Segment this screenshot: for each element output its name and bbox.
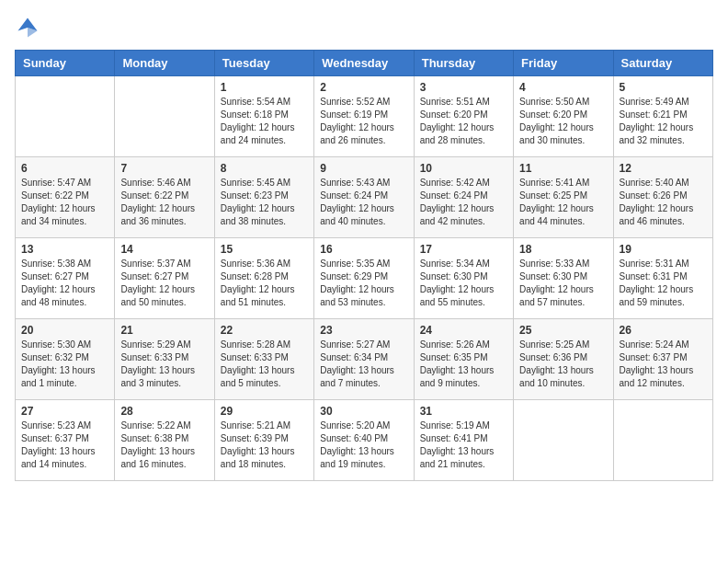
day-number: 21 [120,324,208,337]
calendar-cell: 7Sunrise: 5:46 AM Sunset: 6:22 PM Daylig… [115,157,214,238]
calendar-week-row: 6Sunrise: 5:47 AM Sunset: 6:22 PM Daylig… [16,157,713,238]
calendar-cell: 24Sunrise: 5:26 AM Sunset: 6:35 PM Dayli… [414,319,513,400]
day-info: Sunrise: 5:34 AM Sunset: 6:30 PM Dayligh… [420,258,507,309]
calendar-cell: 10Sunrise: 5:42 AM Sunset: 6:24 PM Dayli… [414,157,513,238]
day-info: Sunrise: 5:20 AM Sunset: 6:40 PM Dayligh… [320,419,407,471]
day-info: Sunrise: 5:24 AM Sunset: 6:37 PM Dayligh… [620,339,707,390]
calendar-week-row: 20Sunrise: 5:30 AM Sunset: 6:32 PM Dayli… [16,319,713,400]
day-number: 27 [21,405,108,418]
logo-icon [15,15,40,40]
calendar-cell: 17Sunrise: 5:34 AM Sunset: 6:30 PM Dayli… [414,238,513,319]
day-info: Sunrise: 5:28 AM Sunset: 6:33 PM Dayligh… [221,339,308,390]
day-info: Sunrise: 5:29 AM Sunset: 6:33 PM Dayligh… [120,339,208,390]
day-number: 28 [120,405,208,418]
day-info: Sunrise: 5:23 AM Sunset: 6:37 PM Dayligh… [21,419,108,471]
day-number: 1 [221,81,308,94]
day-info: Sunrise: 5:37 AM Sunset: 6:27 PM Dayligh… [120,258,208,309]
weekday-header-saturday: Saturday [613,51,712,76]
day-info: Sunrise: 5:47 AM Sunset: 6:22 PM Dayligh… [21,177,108,228]
day-info: Sunrise: 5:50 AM Sunset: 6:20 PM Dayligh… [519,96,607,147]
calendar-cell: 19Sunrise: 5:31 AM Sunset: 6:31 PM Dayli… [613,238,712,319]
weekday-header-monday: Monday [115,51,214,76]
calendar-cell: 4Sunrise: 5:50 AM Sunset: 6:20 PM Daylig… [514,76,613,157]
day-info: Sunrise: 5:38 AM Sunset: 6:27 PM Dayligh… [21,258,108,309]
weekday-header-sunday: Sunday [16,51,115,76]
day-number: 29 [221,405,308,418]
day-info: Sunrise: 5:21 AM Sunset: 6:39 PM Dayligh… [221,419,308,471]
calendar-cell: 25Sunrise: 5:25 AM Sunset: 6:36 PM Dayli… [514,319,613,400]
calendar-cell: 13Sunrise: 5:38 AM Sunset: 6:27 PM Dayli… [16,238,115,319]
day-number: 26 [620,324,707,337]
calendar-cell [613,400,712,481]
day-number: 18 [519,243,607,256]
calendar-cell: 20Sunrise: 5:30 AM Sunset: 6:32 PM Dayli… [16,319,115,400]
day-number: 8 [221,162,308,175]
calendar-cell: 27Sunrise: 5:23 AM Sunset: 6:37 PM Dayli… [16,400,115,481]
day-number: 3 [420,81,507,94]
day-number: 19 [620,243,707,256]
calendar-cell: 3Sunrise: 5:51 AM Sunset: 6:20 PM Daylig… [414,76,513,157]
day-info: Sunrise: 5:51 AM Sunset: 6:20 PM Dayligh… [420,96,507,147]
day-number: 16 [320,243,407,256]
day-number: 6 [21,162,108,175]
header [15,15,713,40]
calendar-cell: 21Sunrise: 5:29 AM Sunset: 6:33 PM Dayli… [115,319,214,400]
day-number: 17 [420,243,507,256]
calendar-cell [115,76,214,157]
day-info: Sunrise: 5:30 AM Sunset: 6:32 PM Dayligh… [21,339,108,390]
calendar-cell: 11Sunrise: 5:41 AM Sunset: 6:25 PM Dayli… [514,157,613,238]
calendar-cell: 29Sunrise: 5:21 AM Sunset: 6:39 PM Dayli… [214,400,313,481]
day-number: 13 [21,243,108,256]
calendar-week-row: 1Sunrise: 5:54 AM Sunset: 6:18 PM Daylig… [16,76,713,157]
day-info: Sunrise: 5:41 AM Sunset: 6:25 PM Dayligh… [519,177,607,228]
day-number: 10 [420,162,507,175]
day-info: Sunrise: 5:25 AM Sunset: 6:36 PM Dayligh… [519,339,607,390]
calendar-cell: 9Sunrise: 5:43 AM Sunset: 6:24 PM Daylig… [314,157,414,238]
day-info: Sunrise: 5:31 AM Sunset: 6:31 PM Dayligh… [620,258,707,309]
weekday-header-row: SundayMondayTuesdayWednesdayThursdayFrid… [16,51,713,76]
day-number: 30 [320,405,407,418]
day-info: Sunrise: 5:45 AM Sunset: 6:23 PM Dayligh… [221,177,308,228]
calendar-cell: 30Sunrise: 5:20 AM Sunset: 6:40 PM Dayli… [314,400,414,481]
weekday-header-thursday: Thursday [414,51,513,76]
day-info: Sunrise: 5:49 AM Sunset: 6:21 PM Dayligh… [620,96,707,147]
calendar-cell: 2Sunrise: 5:52 AM Sunset: 6:19 PM Daylig… [314,76,414,157]
day-number: 31 [420,405,507,418]
weekday-header-friday: Friday [514,51,613,76]
day-number: 2 [320,81,407,94]
calendar-cell [514,400,613,481]
calendar-cell: 6Sunrise: 5:47 AM Sunset: 6:22 PM Daylig… [16,157,115,238]
calendar-cell: 16Sunrise: 5:35 AM Sunset: 6:29 PM Dayli… [314,238,414,319]
day-info: Sunrise: 5:27 AM Sunset: 6:34 PM Dayligh… [320,339,407,390]
calendar-week-row: 13Sunrise: 5:38 AM Sunset: 6:27 PM Dayli… [16,238,713,319]
calendar-week-row: 27Sunrise: 5:23 AM Sunset: 6:37 PM Dayli… [16,400,713,481]
calendar-cell: 26Sunrise: 5:24 AM Sunset: 6:37 PM Dayli… [613,319,712,400]
day-info: Sunrise: 5:33 AM Sunset: 6:30 PM Dayligh… [519,258,607,309]
day-number: 11 [519,162,607,175]
day-info: Sunrise: 5:26 AM Sunset: 6:35 PM Dayligh… [420,339,507,390]
day-number: 12 [620,162,707,175]
calendar-cell: 5Sunrise: 5:49 AM Sunset: 6:21 PM Daylig… [613,76,712,157]
day-number: 22 [221,324,308,337]
day-info: Sunrise: 5:35 AM Sunset: 6:29 PM Dayligh… [320,258,407,309]
day-number: 4 [519,81,607,94]
weekday-header-tuesday: Tuesday [214,51,313,76]
day-number: 24 [420,324,507,337]
calendar-cell: 18Sunrise: 5:33 AM Sunset: 6:30 PM Dayli… [514,238,613,319]
day-number: 14 [120,243,208,256]
day-info: Sunrise: 5:52 AM Sunset: 6:19 PM Dayligh… [320,96,407,147]
calendar-cell: 31Sunrise: 5:19 AM Sunset: 6:41 PM Dayli… [414,400,513,481]
calendar-cell: 28Sunrise: 5:22 AM Sunset: 6:38 PM Dayli… [115,400,214,481]
day-info: Sunrise: 5:42 AM Sunset: 6:24 PM Dayligh… [420,177,507,228]
calendar-cell [16,76,115,157]
day-number: 9 [320,162,407,175]
day-info: Sunrise: 5:22 AM Sunset: 6:38 PM Dayligh… [120,419,208,471]
day-info: Sunrise: 5:46 AM Sunset: 6:22 PM Dayligh… [120,177,208,228]
day-number: 5 [620,81,707,94]
calendar-cell: 1Sunrise: 5:54 AM Sunset: 6:18 PM Daylig… [214,76,313,157]
calendar-cell: 14Sunrise: 5:37 AM Sunset: 6:27 PM Dayli… [115,238,214,319]
day-number: 15 [221,243,308,256]
day-info: Sunrise: 5:54 AM Sunset: 6:18 PM Dayligh… [221,96,308,147]
day-number: 7 [120,162,208,175]
day-number: 20 [21,324,108,337]
